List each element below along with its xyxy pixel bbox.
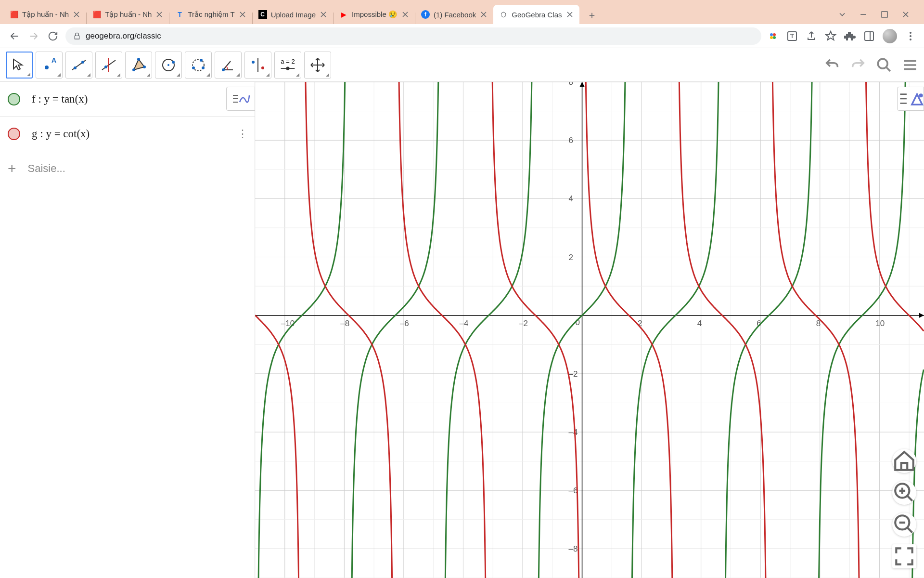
google-lens-icon[interactable] (767, 30, 779, 42)
zoom-out-button[interactable] (892, 512, 916, 537)
url-input[interactable]: geogebra.org/classic (65, 27, 761, 45)
svg-point-14 (81, 61, 84, 64)
svg-point-34 (878, 59, 887, 68)
undo-button[interactable] (824, 57, 840, 73)
polygon-tool[interactable] (125, 52, 152, 79)
facebook-icon: f (421, 10, 430, 19)
svg-rect-6 (865, 32, 873, 40)
translate-icon[interactable] (786, 30, 798, 42)
main-menu-button[interactable] (902, 57, 918, 73)
svg-point-27 (202, 66, 205, 69)
algebra-input-row[interactable]: + Saisie... (0, 151, 255, 186)
browser-tab[interactable]: ▶ Impossible 😢 (334, 5, 415, 24)
svg-point-35 (919, 93, 923, 97)
search-button[interactable] (876, 57, 892, 73)
svg-rect-0 (882, 12, 887, 17)
tab-title: Upload Image (271, 11, 316, 19)
algebra-toggle-button[interactable] (226, 87, 255, 111)
youtube-icon: ▶ (339, 10, 348, 19)
menu-icon[interactable] (905, 30, 916, 42)
add-icon: + (8, 160, 16, 177)
svg-point-26 (200, 59, 203, 62)
expression-f: f : y = tan(x) (32, 93, 247, 105)
graph-canvas[interactable]: –10–8–6–4–20246810–8–6–4–22468 (255, 82, 924, 578)
bookmark-icon[interactable] (825, 30, 836, 42)
close-icon[interactable] (401, 11, 409, 18)
visibility-toggle-g[interactable] (8, 128, 20, 140)
new-tab-button[interactable] (583, 7, 601, 24)
conic-tool[interactable] (185, 52, 212, 79)
forward-button[interactable] (27, 29, 40, 43)
close-icon[interactable] (155, 11, 163, 18)
slider-label: a = 2 (281, 58, 295, 65)
extensions-icon[interactable] (844, 30, 856, 42)
home-button[interactable] (892, 449, 916, 473)
svg-point-31 (261, 66, 264, 69)
svg-point-8 (910, 35, 911, 37)
profile-avatar[interactable] (883, 29, 897, 43)
svg-text:4: 4 (569, 194, 573, 203)
zoom-in-button[interactable] (892, 481, 916, 505)
tab-title: Tập huấn - Nh (22, 10, 69, 19)
svg-text:–4: –4 (459, 319, 468, 328)
item-menu-button[interactable]: ⋮ (237, 128, 247, 140)
close-icon[interactable] (73, 11, 80, 18)
redo-button[interactable] (850, 57, 866, 73)
geogebra-toolbar: A a = 2 (0, 48, 924, 82)
svg-point-18 (132, 68, 135, 71)
browser-tab-active[interactable]: ⬡ GeoGebra Clas (493, 5, 579, 24)
svg-text:–2: –2 (519, 319, 528, 328)
transform-tool[interactable] (244, 52, 271, 79)
share-icon[interactable] (806, 30, 817, 42)
minimize-icon[interactable] (859, 10, 868, 19)
svg-text:–8: –8 (340, 319, 349, 328)
browser-tab[interactable]: 🟥 Tập huấn - Nh (4, 5, 86, 24)
line-tool[interactable] (65, 52, 92, 79)
slider-tool[interactable]: a = 2 (274, 52, 301, 79)
angle-tool[interactable] (215, 52, 242, 79)
circle-tool[interactable] (155, 52, 182, 79)
move-graphics-tool[interactable] (304, 52, 331, 79)
browser-tab[interactable]: T Trắc nghiệm T (169, 5, 252, 24)
tab-title: Trắc nghiệm T (188, 10, 234, 19)
close-icon[interactable] (239, 11, 246, 18)
point-tool[interactable]: A (36, 52, 63, 79)
tab-favicon-icon: 🟥 (10, 10, 18, 19)
algebra-item[interactable]: f : y = tan(x) (0, 82, 255, 117)
algebra-item[interactable]: g : y = cot(x) ⋮ (0, 117, 255, 151)
browser-tab[interactable]: C Upload Image (253, 5, 333, 24)
maximize-icon[interactable] (880, 10, 889, 19)
svg-point-22 (167, 64, 169, 66)
tabs-dropdown-icon[interactable] (837, 10, 847, 19)
svg-point-1 (770, 33, 773, 36)
close-icon[interactable] (566, 11, 574, 18)
fullscreen-button[interactable] (892, 544, 916, 568)
expression-g: g : y = cot(x) (32, 128, 226, 140)
svg-point-10 (45, 66, 49, 69)
window-close-icon[interactable] (901, 10, 911, 19)
browser-tab[interactable]: f (1) Facebook (415, 5, 493, 24)
url-text: geogebra.org/classic (86, 31, 161, 41)
tab-favicon-icon: 🟥 (92, 10, 101, 19)
special-line-tool[interactable] (95, 52, 122, 79)
algebra-view: f : y = tan(x) g : y = cot(x) ⋮ + Saisie… (0, 82, 255, 578)
back-button[interactable] (8, 29, 21, 43)
svg-text:6: 6 (569, 136, 573, 145)
close-icon[interactable] (480, 11, 488, 18)
tab-favicon-icon: T (175, 10, 184, 19)
side-panel-icon[interactable] (863, 30, 875, 42)
style-bar-toggle[interactable] (897, 87, 924, 111)
address-bar: geogebra.org/classic (0, 24, 924, 48)
svg-point-20 (143, 66, 146, 68)
svg-point-33 (286, 66, 289, 70)
svg-point-9 (910, 39, 911, 40)
browser-tab[interactable]: 🟥 Tập huấn - Nh (87, 5, 169, 24)
svg-text:4: 4 (697, 319, 702, 328)
svg-text:2: 2 (569, 253, 573, 262)
lock-icon (73, 32, 81, 40)
reload-button[interactable] (46, 29, 60, 43)
move-tool[interactable] (6, 52, 33, 79)
graphics-view[interactable]: –10–8–6–4–20246810–8–6–4–22468 (255, 82, 924, 578)
close-icon[interactable] (320, 11, 327, 18)
visibility-toggle-f[interactable] (8, 93, 20, 105)
